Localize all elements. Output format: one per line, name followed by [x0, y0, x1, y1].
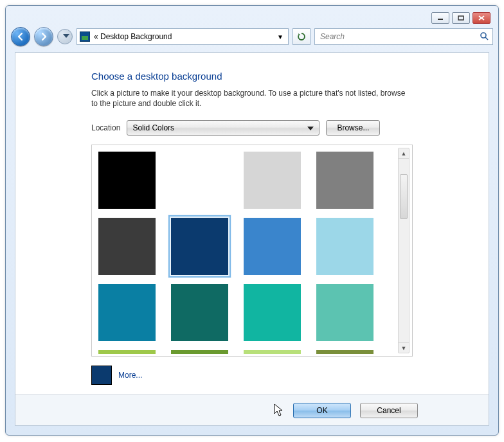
dialog-footer: OK Cancel	[15, 394, 489, 425]
color-swatch-list: ▲ ▼	[91, 145, 413, 357]
location-combobox[interactable]: Solid Colors	[127, 120, 320, 136]
address-dropdown-icon[interactable]: ▼	[275, 33, 285, 40]
maximize-button[interactable]	[452, 12, 470, 24]
refresh-button[interactable]	[292, 28, 310, 45]
color-swatch[interactable]	[98, 152, 156, 209]
location-value: Solid Colors	[132, 123, 174, 132]
color-swatch[interactable]	[316, 350, 374, 354]
color-swatch[interactable]	[244, 350, 301, 354]
more-colors-link[interactable]: More...	[118, 371, 142, 380]
content-pane: Choose a desktop background Click a pict…	[15, 52, 489, 426]
page-title: Choose a desktop background	[91, 71, 413, 82]
browse-button[interactable]: Browse...	[326, 120, 380, 136]
close-button[interactable]	[473, 12, 491, 24]
color-swatch[interactable]	[316, 152, 374, 209]
minimize-button[interactable]	[431, 12, 449, 24]
color-swatch[interactable]	[316, 218, 374, 275]
search-icon[interactable]	[480, 31, 489, 42]
color-swatch[interactable]	[98, 218, 156, 275]
scroll-down-button[interactable]: ▼	[399, 342, 409, 353]
svg-rect-1	[458, 16, 464, 20]
control-panel-window: « Desktop Background ▼ Choose a desktop …	[5, 5, 499, 436]
color-swatch[interactable]	[98, 350, 156, 354]
color-swatch[interactable]	[98, 284, 156, 341]
color-swatch[interactable]	[244, 284, 301, 341]
location-label: Location	[91, 123, 120, 132]
color-swatch[interactable]	[244, 218, 301, 275]
color-swatch[interactable]	[171, 218, 228, 275]
scroll-up-button[interactable]: ▲	[399, 148, 409, 159]
selected-color-preview	[91, 366, 112, 385]
cancel-button[interactable]: Cancel	[360, 403, 418, 418]
search-input[interactable]	[319, 31, 480, 42]
instructions-text: Click a picture to make it your desktop …	[91, 88, 413, 109]
desktop-background-icon	[80, 31, 90, 42]
nav-back-button[interactable]	[11, 27, 30, 46]
color-swatch[interactable]	[244, 152, 301, 209]
color-swatch[interactable]	[316, 284, 374, 341]
nav-forward-button[interactable]	[34, 27, 53, 46]
address-bar[interactable]: « Desktop Background ▼	[76, 28, 289, 45]
search-box[interactable]	[314, 28, 493, 45]
color-swatch[interactable]	[171, 350, 228, 354]
nav-history-dropdown[interactable]	[57, 29, 73, 44]
color-swatch[interactable]	[171, 284, 228, 341]
ok-button[interactable]: OK	[293, 403, 351, 418]
scroll-thumb[interactable]	[400, 174, 408, 219]
svg-line-5	[485, 37, 488, 40]
window-caption-buttons	[431, 12, 491, 24]
svg-point-4	[481, 33, 486, 38]
breadcrumb: « Desktop Background	[94, 32, 271, 41]
color-swatch[interactable]	[171, 152, 228, 209]
scrollbar[interactable]: ▲ ▼	[398, 148, 410, 353]
toolbar: « Desktop Background ▼	[11, 26, 493, 47]
